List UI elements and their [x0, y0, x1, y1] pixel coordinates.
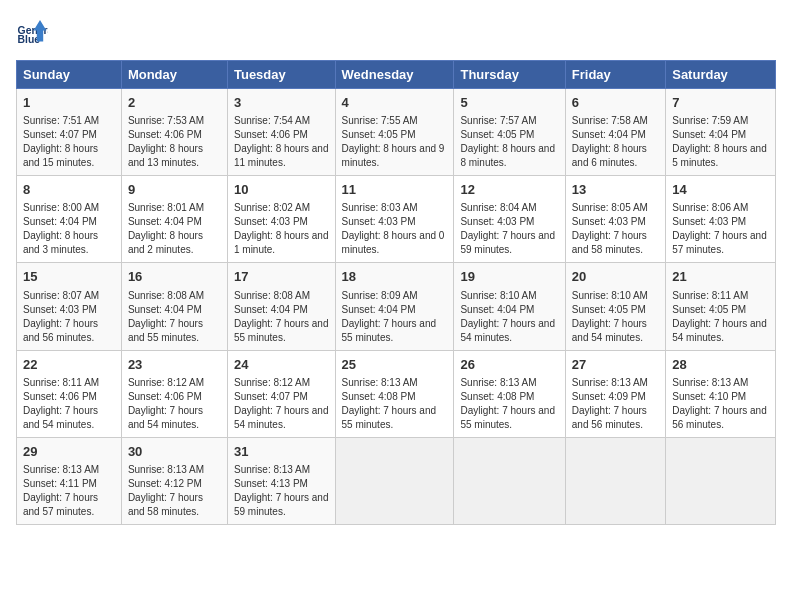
- cell-info: Sunrise: 8:04 AM Sunset: 4:03 PM Dayligh…: [460, 201, 558, 257]
- day-number: 15: [23, 268, 115, 286]
- day-number: 17: [234, 268, 329, 286]
- calendar-cell: 17 Sunrise: 8:08 AM Sunset: 4:04 PM Dayl…: [227, 263, 335, 350]
- day-number: 20: [572, 268, 659, 286]
- day-number: 2: [128, 94, 221, 112]
- cell-info: Sunrise: 7:51 AM Sunset: 4:07 PM Dayligh…: [23, 114, 115, 170]
- day-header-thursday: Thursday: [454, 61, 565, 89]
- calendar-cell: 16 Sunrise: 8:08 AM Sunset: 4:04 PM Dayl…: [121, 263, 227, 350]
- day-number: 6: [572, 94, 659, 112]
- logo: General Blue: [16, 16, 48, 48]
- calendar-cell: 11 Sunrise: 8:03 AM Sunset: 4:03 PM Dayl…: [335, 176, 454, 263]
- calendar-week-3: 15 Sunrise: 8:07 AM Sunset: 4:03 PM Dayl…: [17, 263, 776, 350]
- cell-info: Sunrise: 8:13 AM Sunset: 4:12 PM Dayligh…: [128, 463, 221, 519]
- cell-info: Sunrise: 7:59 AM Sunset: 4:04 PM Dayligh…: [672, 114, 769, 170]
- cell-info: Sunrise: 8:12 AM Sunset: 4:06 PM Dayligh…: [128, 376, 221, 432]
- day-number: 8: [23, 181, 115, 199]
- calendar-cell: 7 Sunrise: 7:59 AM Sunset: 4:04 PM Dayli…: [666, 89, 776, 176]
- calendar-cell: 18 Sunrise: 8:09 AM Sunset: 4:04 PM Dayl…: [335, 263, 454, 350]
- calendar-cell: 14 Sunrise: 8:06 AM Sunset: 4:03 PM Dayl…: [666, 176, 776, 263]
- day-number: 23: [128, 356, 221, 374]
- cell-info: Sunrise: 8:13 AM Sunset: 4:11 PM Dayligh…: [23, 463, 115, 519]
- calendar-cell: 27 Sunrise: 8:13 AM Sunset: 4:09 PM Dayl…: [565, 350, 665, 437]
- calendar-cell: 12 Sunrise: 8:04 AM Sunset: 4:03 PM Dayl…: [454, 176, 565, 263]
- day-number: 16: [128, 268, 221, 286]
- calendar-cell: [335, 437, 454, 524]
- day-number: 26: [460, 356, 558, 374]
- calendar-cell: [565, 437, 665, 524]
- calendar-cell: 1 Sunrise: 7:51 AM Sunset: 4:07 PM Dayli…: [17, 89, 122, 176]
- day-number: 11: [342, 181, 448, 199]
- page-header: General Blue: [16, 16, 776, 48]
- calendar-cell: 29 Sunrise: 8:13 AM Sunset: 4:11 PM Dayl…: [17, 437, 122, 524]
- cell-info: Sunrise: 8:13 AM Sunset: 4:09 PM Dayligh…: [572, 376, 659, 432]
- day-number: 19: [460, 268, 558, 286]
- day-number: 7: [672, 94, 769, 112]
- calendar-cell: 31 Sunrise: 8:13 AM Sunset: 4:13 PM Dayl…: [227, 437, 335, 524]
- day-header-tuesday: Tuesday: [227, 61, 335, 89]
- calendar-cell: 21 Sunrise: 8:11 AM Sunset: 4:05 PM Dayl…: [666, 263, 776, 350]
- day-number: 4: [342, 94, 448, 112]
- calendar-cell: 9 Sunrise: 8:01 AM Sunset: 4:04 PM Dayli…: [121, 176, 227, 263]
- calendar-cell: 19 Sunrise: 8:10 AM Sunset: 4:04 PM Dayl…: [454, 263, 565, 350]
- calendar-cell: 30 Sunrise: 8:13 AM Sunset: 4:12 PM Dayl…: [121, 437, 227, 524]
- calendar-cell: 28 Sunrise: 8:13 AM Sunset: 4:10 PM Dayl…: [666, 350, 776, 437]
- day-number: 27: [572, 356, 659, 374]
- day-number: 1: [23, 94, 115, 112]
- day-header-saturday: Saturday: [666, 61, 776, 89]
- cell-info: Sunrise: 8:05 AM Sunset: 4:03 PM Dayligh…: [572, 201, 659, 257]
- cell-info: Sunrise: 8:13 AM Sunset: 4:08 PM Dayligh…: [342, 376, 448, 432]
- cell-info: Sunrise: 8:02 AM Sunset: 4:03 PM Dayligh…: [234, 201, 329, 257]
- calendar-cell: 8 Sunrise: 8:00 AM Sunset: 4:04 PM Dayli…: [17, 176, 122, 263]
- cell-info: Sunrise: 8:10 AM Sunset: 4:04 PM Dayligh…: [460, 289, 558, 345]
- calendar-week-2: 8 Sunrise: 8:00 AM Sunset: 4:04 PM Dayli…: [17, 176, 776, 263]
- day-number: 29: [23, 443, 115, 461]
- calendar-cell: 6 Sunrise: 7:58 AM Sunset: 4:04 PM Dayli…: [565, 89, 665, 176]
- cell-info: Sunrise: 7:54 AM Sunset: 4:06 PM Dayligh…: [234, 114, 329, 170]
- cell-info: Sunrise: 8:09 AM Sunset: 4:04 PM Dayligh…: [342, 289, 448, 345]
- calendar-cell: [666, 437, 776, 524]
- day-number: 24: [234, 356, 329, 374]
- cell-info: Sunrise: 8:06 AM Sunset: 4:03 PM Dayligh…: [672, 201, 769, 257]
- calendar-cell: 13 Sunrise: 8:05 AM Sunset: 4:03 PM Dayl…: [565, 176, 665, 263]
- cell-info: Sunrise: 8:01 AM Sunset: 4:04 PM Dayligh…: [128, 201, 221, 257]
- cell-info: Sunrise: 7:57 AM Sunset: 4:05 PM Dayligh…: [460, 114, 558, 170]
- day-number: 12: [460, 181, 558, 199]
- day-header-monday: Monday: [121, 61, 227, 89]
- day-number: 18: [342, 268, 448, 286]
- cell-info: Sunrise: 7:53 AM Sunset: 4:06 PM Dayligh…: [128, 114, 221, 170]
- cell-info: Sunrise: 8:13 AM Sunset: 4:13 PM Dayligh…: [234, 463, 329, 519]
- calendar-cell: 23 Sunrise: 8:12 AM Sunset: 4:06 PM Dayl…: [121, 350, 227, 437]
- cell-info: Sunrise: 8:11 AM Sunset: 4:06 PM Dayligh…: [23, 376, 115, 432]
- day-number: 14: [672, 181, 769, 199]
- day-number: 3: [234, 94, 329, 112]
- calendar-cell: 2 Sunrise: 7:53 AM Sunset: 4:06 PM Dayli…: [121, 89, 227, 176]
- calendar-cell: 4 Sunrise: 7:55 AM Sunset: 4:05 PM Dayli…: [335, 89, 454, 176]
- day-header-wednesday: Wednesday: [335, 61, 454, 89]
- day-number: 30: [128, 443, 221, 461]
- cell-info: Sunrise: 8:00 AM Sunset: 4:04 PM Dayligh…: [23, 201, 115, 257]
- day-number: 10: [234, 181, 329, 199]
- cell-info: Sunrise: 8:03 AM Sunset: 4:03 PM Dayligh…: [342, 201, 448, 257]
- day-number: 13: [572, 181, 659, 199]
- day-number: 25: [342, 356, 448, 374]
- calendar-week-1: 1 Sunrise: 7:51 AM Sunset: 4:07 PM Dayli…: [17, 89, 776, 176]
- day-header-sunday: Sunday: [17, 61, 122, 89]
- calendar-cell: 20 Sunrise: 8:10 AM Sunset: 4:05 PM Dayl…: [565, 263, 665, 350]
- header-row: SundayMondayTuesdayWednesdayThursdayFrid…: [17, 61, 776, 89]
- cell-info: Sunrise: 8:12 AM Sunset: 4:07 PM Dayligh…: [234, 376, 329, 432]
- day-number: 21: [672, 268, 769, 286]
- day-number: 5: [460, 94, 558, 112]
- calendar-table: SundayMondayTuesdayWednesdayThursdayFrid…: [16, 60, 776, 525]
- calendar-cell: 22 Sunrise: 8:11 AM Sunset: 4:06 PM Dayl…: [17, 350, 122, 437]
- calendar-cell: 5 Sunrise: 7:57 AM Sunset: 4:05 PM Dayli…: [454, 89, 565, 176]
- calendar-week-4: 22 Sunrise: 8:11 AM Sunset: 4:06 PM Dayl…: [17, 350, 776, 437]
- calendar-cell: 10 Sunrise: 8:02 AM Sunset: 4:03 PM Dayl…: [227, 176, 335, 263]
- day-number: 31: [234, 443, 329, 461]
- calendar-cell: 25 Sunrise: 8:13 AM Sunset: 4:08 PM Dayl…: [335, 350, 454, 437]
- calendar-week-5: 29 Sunrise: 8:13 AM Sunset: 4:11 PM Dayl…: [17, 437, 776, 524]
- day-number: 9: [128, 181, 221, 199]
- calendar-cell: [454, 437, 565, 524]
- calendar-cell: 26 Sunrise: 8:13 AM Sunset: 4:08 PM Dayl…: [454, 350, 565, 437]
- cell-info: Sunrise: 8:07 AM Sunset: 4:03 PM Dayligh…: [23, 289, 115, 345]
- cell-info: Sunrise: 8:11 AM Sunset: 4:05 PM Dayligh…: [672, 289, 769, 345]
